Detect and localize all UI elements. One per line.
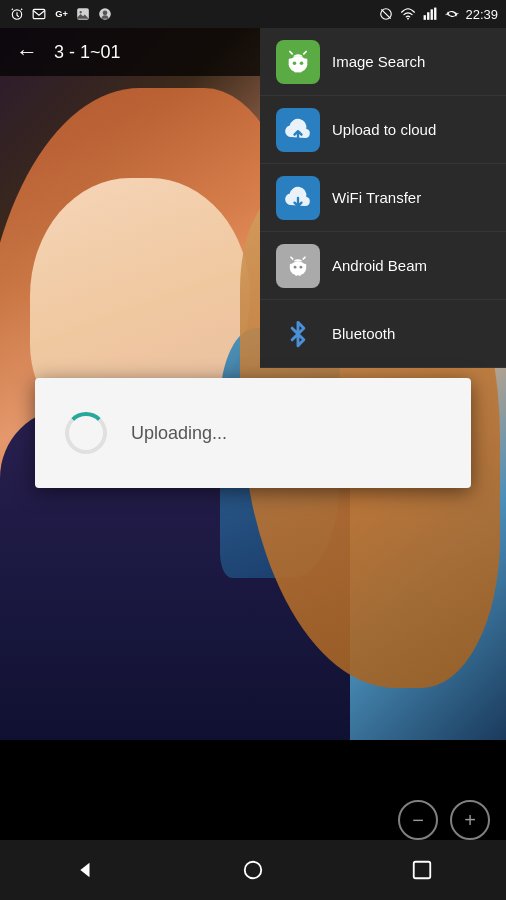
- nav-recent-icon: [411, 859, 433, 881]
- bluetooth-icon: [284, 320, 312, 348]
- gmail-icon: [30, 5, 48, 23]
- wifi-transfer-icon: [284, 184, 312, 212]
- zoom-out-button[interactable]: −: [398, 800, 438, 840]
- bluetooth-icon-wrap: [276, 312, 320, 356]
- signal-icon: [421, 5, 439, 23]
- android-beam-icon: [284, 252, 312, 280]
- menu-item-android-beam[interactable]: Android Beam: [260, 232, 506, 300]
- nav-home-icon: [242, 859, 264, 881]
- svg-rect-11: [428, 12, 430, 20]
- nav-back-button[interactable]: [59, 845, 109, 895]
- nav-recent-button[interactable]: [397, 845, 447, 895]
- svg-rect-13: [435, 8, 437, 20]
- nav-back-icon: [73, 859, 95, 881]
- svg-point-25: [300, 265, 303, 268]
- sync-icon: [443, 5, 461, 23]
- octocat-icon: [96, 5, 114, 23]
- cloud-upload-icon: [284, 116, 312, 144]
- upload-dialog: Uploading...: [35, 378, 471, 488]
- upload-spinner: [65, 412, 107, 454]
- svg-rect-12: [431, 9, 433, 19]
- alarm-icon: [8, 5, 26, 23]
- upload-cloud-icon-wrap: [276, 108, 320, 152]
- zoom-out-icon: −: [412, 809, 424, 832]
- svg-line-26: [291, 257, 293, 259]
- bottom-controls: − +: [398, 800, 490, 840]
- svg-line-18: [304, 51, 306, 53]
- svg-point-14: [289, 56, 308, 72]
- status-bar: G+ 22:39: [0, 0, 506, 28]
- svg-rect-20: [304, 58, 307, 64]
- svg-point-24: [294, 265, 297, 268]
- menu-item-image-search[interactable]: Image Search: [260, 28, 506, 96]
- no-sim-icon: [377, 5, 395, 23]
- status-time: 22:39: [465, 7, 498, 22]
- svg-line-17: [290, 51, 292, 53]
- svg-point-15: [293, 61, 297, 64]
- gplus-icon: G+: [52, 5, 70, 23]
- svg-rect-1: [33, 9, 45, 18]
- svg-point-33: [245, 862, 262, 879]
- svg-line-27: [303, 257, 305, 259]
- svg-rect-31: [299, 273, 301, 276]
- svg-marker-32: [81, 863, 90, 878]
- svg-text:G+: G+: [55, 9, 68, 19]
- svg-rect-34: [413, 862, 430, 879]
- svg-rect-30: [295, 273, 297, 276]
- page-title: 3 - 1~01: [54, 42, 121, 63]
- svg-rect-22: [299, 69, 301, 73]
- svg-rect-29: [304, 263, 306, 268]
- status-icons-right: 22:39: [377, 5, 498, 23]
- wifi-transfer-icon-wrap: [276, 176, 320, 220]
- svg-rect-10: [424, 15, 426, 20]
- wifi-transfer-label: WiFi Transfer: [332, 189, 421, 206]
- photos-icon: [74, 5, 92, 23]
- dropdown-menu: Image Search Upload to cloud WiFi Transf…: [260, 28, 506, 368]
- android-icon: [284, 48, 312, 76]
- uploading-text: Uploading...: [131, 423, 227, 444]
- bluetooth-label: Bluetooth: [332, 325, 395, 342]
- menu-item-bluetooth[interactable]: Bluetooth: [260, 300, 506, 368]
- svg-rect-28: [290, 263, 292, 268]
- image-search-icon-wrap: [276, 40, 320, 84]
- upload-cloud-label: Upload to cloud: [332, 121, 436, 138]
- nav-bar: [0, 840, 506, 900]
- svg-point-4: [80, 11, 82, 13]
- svg-rect-21: [295, 69, 297, 73]
- menu-item-upload-cloud[interactable]: Upload to cloud: [260, 96, 506, 164]
- status-icons-left: G+: [8, 5, 114, 23]
- android-beam-icon-wrap: [276, 244, 320, 288]
- nav-home-button[interactable]: [228, 845, 278, 895]
- svg-point-6: [103, 11, 108, 16]
- svg-point-9: [408, 18, 410, 20]
- wifi-icon: [399, 5, 417, 23]
- svg-point-16: [300, 61, 304, 64]
- image-search-label: Image Search: [332, 53, 425, 70]
- zoom-in-button[interactable]: +: [450, 800, 490, 840]
- android-beam-label: Android Beam: [332, 257, 427, 274]
- svg-line-8: [382, 9, 391, 18]
- svg-rect-19: [289, 58, 292, 64]
- back-button[interactable]: ←: [16, 39, 38, 65]
- menu-item-wifi-transfer[interactable]: WiFi Transfer: [260, 164, 506, 232]
- svg-point-23: [290, 261, 306, 275]
- zoom-in-icon: +: [464, 809, 476, 832]
